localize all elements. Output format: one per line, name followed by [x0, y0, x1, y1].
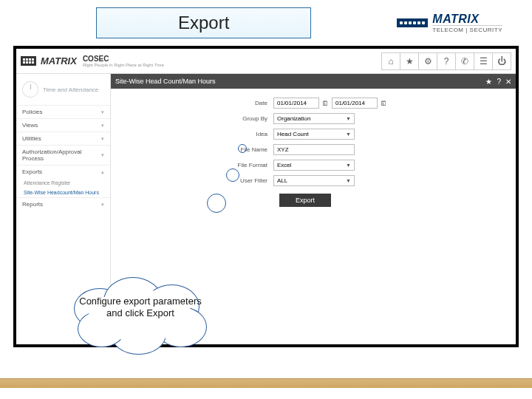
panel-help-icon[interactable]: ? — [497, 78, 501, 86]
sidebar-item-authorization[interactable]: Authorization/Approval Process▾ — [16, 145, 110, 165]
sidebar-sub-attendance-register[interactable]: Attendance Register — [16, 178, 110, 188]
calendar-from-icon[interactable]: 🗓 — [322, 100, 329, 107]
panel-star-icon[interactable]: ★ — [485, 78, 492, 86]
users-icon[interactable]: ☰ — [474, 52, 493, 70]
panel-title: Site-Wise Head Count/Man Hours — [115, 78, 216, 85]
footer-strip — [0, 378, 532, 389]
app-brand-name: MATRIX — [41, 55, 77, 66]
star-icon[interactable]: ★ — [400, 52, 419, 70]
slide-title: Export — [96, 7, 311, 38]
app-product-name: COSEC — [83, 55, 164, 63]
callout-bubble-large — [207, 194, 226, 213]
date-from-input[interactable]: 01/01/2014 — [273, 98, 319, 109]
filename-input[interactable]: XYZ — [273, 144, 355, 155]
panel-header: Site-Wise Head Count/Man Hours ★ ? ✕ — [111, 74, 516, 89]
brand-logo: MATRIX TELECOM | SECURITY — [397, 13, 502, 33]
app-tagline: Right People in Right Place at Right Tim… — [83, 63, 164, 67]
phone-icon[interactable]: ✆ — [455, 52, 474, 70]
callout-cloud: Configure export parameters and click Ex… — [70, 273, 211, 355]
help-icon[interactable]: ? — [437, 52, 456, 70]
callout-bubble-medium — [226, 168, 239, 182]
gear-icon[interactable]: ⚙ — [418, 52, 437, 70]
userfilter-select[interactable]: ALL▼ — [273, 175, 355, 186]
fileformat-select[interactable]: Excel▼ — [273, 160, 355, 171]
callout-text: Configure export parameters and click Ex… — [70, 296, 211, 320]
brand-subtitle: TELECOM | SECURITY — [432, 25, 502, 33]
sidebar-sub-site-wise[interactable]: Site-Wise Headcount/Man Hours — [16, 188, 110, 197]
home-icon[interactable]: ⌂ — [381, 52, 400, 70]
group-by-label: Group By — [111, 115, 273, 122]
idea-label: Idea — [111, 131, 273, 137]
app-logo-icon — [21, 56, 36, 66]
sidebar-item-views[interactable]: Views▾ — [16, 118, 110, 132]
brand-name: MATRIX — [432, 13, 502, 25]
date-label: Date — [111, 100, 273, 106]
group-by-select[interactable]: Organization▼ — [273, 113, 355, 124]
sidebar-item-reports[interactable]: Reports▾ — [16, 197, 110, 211]
sidebar-item-exports[interactable]: Exports▴ — [16, 165, 110, 178]
sidebar-item-utilities[interactable]: Utilities▾ — [16, 132, 110, 145]
brand-chip-icon — [397, 18, 428, 27]
clock-icon — [22, 81, 38, 98]
filename-label: File Name — [111, 146, 273, 153]
sidebar-module[interactable]: Time and Attendance — [16, 74, 110, 105]
callout-bubble-small — [238, 144, 247, 153]
date-to-input[interactable]: 01/01/2014 — [332, 98, 378, 109]
app-topbar: MATRIX COSEC Right People in Right Place… — [16, 49, 516, 74]
userfilter-label: User Filter — [111, 177, 273, 184]
panel-close-icon[interactable]: ✕ — [505, 78, 511, 86]
calendar-to-icon[interactable]: 🗓 — [381, 100, 387, 107]
sidebar-module-label: Time and Attendance — [43, 86, 98, 93]
idea-select[interactable]: Head Count▼ — [273, 129, 355, 140]
fileformat-label: File Format — [111, 162, 273, 168]
power-icon[interactable]: ⏻ — [492, 52, 511, 70]
sidebar-item-policies[interactable]: Policies▾ — [16, 105, 110, 118]
export-button[interactable]: Export — [279, 194, 331, 207]
